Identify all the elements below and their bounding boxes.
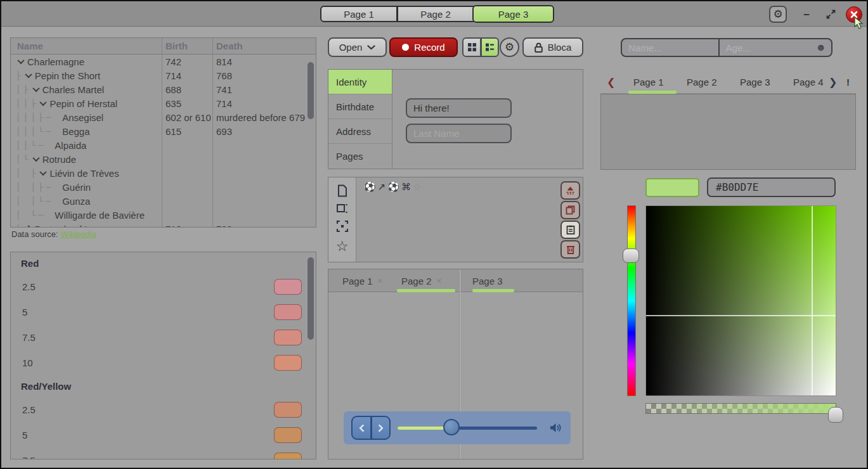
expander-icon[interactable] — [25, 225, 32, 228]
minimize-button[interactable]: – — [799, 6, 814, 23]
scrollbar-thumb[interactable] — [308, 257, 314, 340]
resize-icon[interactable] — [336, 203, 349, 214]
hue-slider[interactable] — [627, 205, 636, 396]
list-item[interactable]: 10 — [11, 350, 316, 375]
center-focus-icon[interactable] — [336, 220, 349, 233]
form-item-identity[interactable]: Identity — [328, 70, 392, 94]
active-tab-underline — [472, 289, 514, 292]
scroll-tabs-left-button[interactable]: ❮ — [607, 71, 615, 93]
open-dropdown-button[interactable]: Open — [328, 37, 387, 57]
copy-button[interactable] — [560, 201, 580, 219]
smiley-icon[interactable]: ☻ — [815, 42, 826, 53]
munsell-swatch-button[interactable] — [274, 402, 302, 418]
eject-button[interactable] — [560, 181, 580, 200]
column-header-name[interactable]: Name — [11, 41, 162, 51]
list-item[interactable]: 5 — [11, 299, 316, 324]
expander-icon[interactable] — [40, 169, 47, 176]
list-item[interactable]: 7.5 — [11, 324, 316, 350]
delete-button[interactable] — [560, 240, 580, 259]
star-outline-icon[interactable]: ☆ — [413, 181, 421, 193]
table-row[interactable]: │ │└─Gunza — [11, 194, 316, 208]
list-item[interactable]: 7.5 — [11, 447, 316, 459]
list-item[interactable]: 2.5 — [11, 274, 316, 299]
seek-slider-thumb[interactable] — [443, 419, 460, 435]
grid-view-button[interactable] — [462, 37, 481, 57]
command-icon[interactable]: ⌘ — [401, 181, 411, 193]
list-item[interactable]: 5 — [11, 422, 316, 447]
list-view-button[interactable] — [481, 37, 499, 57]
expander-icon[interactable] — [25, 71, 32, 78]
table-row[interactable]: ├Pepin the Short714768 — [11, 68, 316, 82]
seek-slider[interactable] — [398, 427, 537, 430]
saturation-value-square[interactable] — [645, 205, 836, 396]
right-tab-page4[interactable]: Page 4 — [793, 71, 824, 93]
column-divider[interactable] — [162, 38, 162, 227]
tab-overflow-button[interactable]: ! — [846, 71, 850, 93]
column-header-death[interactable]: Death — [212, 41, 316, 51]
table-row[interactable]: Charlemagne742814 — [11, 55, 316, 68]
table-row[interactable]: │├Charles Martel688741 — [11, 82, 316, 96]
list-item[interactable]: 2.5 — [11, 397, 316, 422]
color-swatch[interactable] — [645, 178, 699, 197]
hex-color-input[interactable]: #B0DD7E — [707, 177, 836, 197]
settings-button[interactable]: ⚙ — [769, 6, 787, 23]
table-header-row[interactable]: Name Birth Death — [11, 38, 316, 55]
star-icon[interactable]: ☆ — [336, 238, 349, 255]
right-tab-page3[interactable]: Page 3 — [740, 71, 770, 93]
table-row[interactable]: ││└─Alpaida — [11, 138, 316, 152]
munsell-swatch-button[interactable] — [274, 279, 302, 295]
expander-icon[interactable] — [40, 99, 47, 106]
paste-button[interactable] — [560, 221, 580, 239]
table-row[interactable]: │ └─Willigarde de Bavière — [11, 208, 316, 222]
form-item-birthdate[interactable]: Birthdate — [328, 94, 392, 119]
soccer-ball-icon[interactable]: ⚽ — [364, 181, 376, 193]
expander-icon[interactable] — [32, 85, 39, 92]
munsell-swatch-button[interactable] — [274, 453, 302, 460]
alpha-slider[interactable] — [645, 403, 836, 414]
wikipedia-link[interactable]: Wikipedia — [60, 229, 96, 239]
tab-page-2[interactable]: Page 2 — [397, 6, 474, 22]
scroll-tabs-right-button[interactable]: ❯ — [829, 71, 837, 93]
lock-button[interactable]: Bloca — [522, 37, 583, 57]
last-name-field[interactable]: Last Name — [406, 124, 512, 143]
table-row[interactable]: │ ├Liévin de Trèves — [11, 166, 316, 180]
munsell-swatch-button[interactable] — [274, 304, 302, 320]
arrow-ne-icon[interactable]: ↗ — [378, 181, 386, 193]
close-tab-icon[interactable]: × — [378, 276, 383, 286]
table-row[interactable]: │││├─Ansegisel602 or 610murdered before … — [11, 110, 316, 124]
maximize-button[interactable] — [823, 6, 838, 23]
tab-page-3[interactable]: Page 3 — [472, 5, 554, 23]
soccer-ball-icon[interactable]: ⚽ — [387, 181, 399, 193]
hue-slider-handle[interactable] — [623, 248, 639, 263]
munsell-swatch-button[interactable] — [274, 427, 302, 443]
split-tab-page1[interactable]: Page 1 × — [342, 269, 383, 292]
table-row[interactable]: ││├Pepin of Herstal635714 — [11, 96, 316, 110]
munsell-swatch-button[interactable] — [274, 355, 302, 371]
expander-icon[interactable] — [32, 155, 39, 162]
record-button[interactable]: Record — [389, 37, 458, 57]
right-tab-page1[interactable]: Page 1 — [633, 71, 664, 93]
table-row[interactable]: │││└─Begga615693 — [11, 124, 316, 138]
column-header-birth[interactable]: Birth — [162, 41, 212, 51]
first-name-field[interactable]: Hi there! — [406, 98, 512, 118]
form-item-pages[interactable]: Pages — [328, 144, 392, 169]
table-row[interactable]: │└Rotrude — [11, 152, 316, 166]
settings-round-button[interactable]: ⚙ — [500, 37, 519, 57]
name-input[interactable]: Name... — [622, 39, 718, 56]
tab-page-1[interactable]: Page 1 — [320, 6, 397, 22]
scrollbar-thumb[interactable] — [308, 62, 314, 119]
column-divider[interactable] — [212, 38, 213, 227]
forward-button[interactable] — [371, 416, 391, 440]
right-tab-page2[interactable]: Page 2 — [687, 71, 717, 93]
munsell-swatch-button[interactable] — [274, 330, 302, 345]
close-tab-icon[interactable]: × — [437, 276, 442, 286]
table-row[interactable]: │ │├─Guérin — [11, 180, 316, 194]
back-button[interactable] — [351, 416, 371, 440]
document-icon[interactable] — [337, 184, 348, 197]
volume-button[interactable] — [550, 422, 562, 434]
form-item-address[interactable]: Address — [328, 119, 392, 144]
table-row[interactable]: ├Bertrade of Laon710783 — [11, 222, 316, 228]
age-input[interactable]: Age... — [720, 39, 816, 56]
expander-icon[interactable] — [17, 57, 24, 64]
alpha-slider-handle[interactable] — [828, 407, 843, 423]
